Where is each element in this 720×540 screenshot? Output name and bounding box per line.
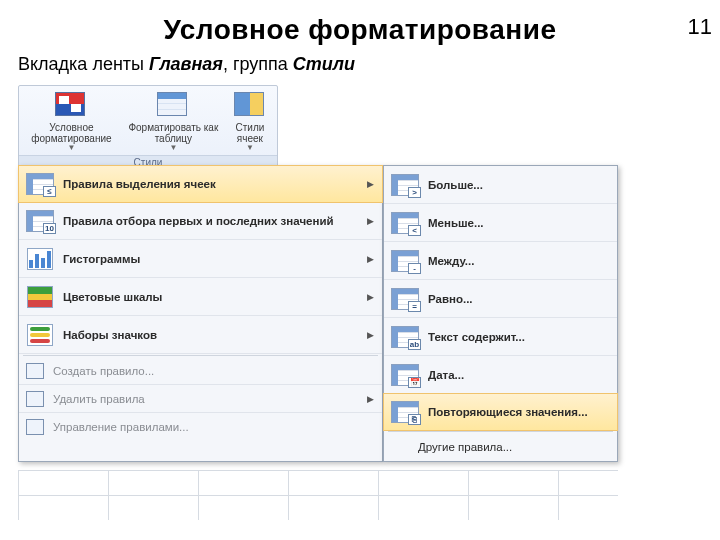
- duplicate-values-icon: ⎘: [390, 399, 420, 425]
- menu-item-less-than[interactable]: < Меньше...: [384, 204, 617, 242]
- submenu-arrow-icon: ▶: [367, 394, 374, 404]
- ribbon-cell-styles-button[interactable]: Стили ячеек ▼: [225, 90, 275, 155]
- icon-sets-icon: [25, 322, 55, 348]
- menu-item-clear-rules[interactable]: Удалить правила ▶: [19, 385, 382, 413]
- menu-item-label: Меньше...: [428, 217, 609, 229]
- menu-item-text-contains[interactable]: ab Текст содержит...: [384, 318, 617, 356]
- submenu-arrow-icon: ▶: [367, 330, 374, 340]
- less-than-icon: <: [390, 210, 420, 236]
- menu-item-label: Наборы значков: [63, 329, 361, 341]
- page-subtitle: Вкладка ленты Главная, группа Стили: [18, 54, 720, 75]
- text-contains-icon: ab: [390, 324, 420, 350]
- page-title: Условное форматирование: [0, 14, 720, 46]
- menu-separator: [23, 355, 378, 356]
- cell-styles-icon: [234, 92, 266, 120]
- menu-item-color-scales[interactable]: Цветовые шкалы ▶: [19, 278, 382, 316]
- ribbon-fat-label: Форматировать как таблицу: [126, 122, 221, 144]
- ribbon-conditional-formatting-button[interactable]: Условное форматирование ▼: [21, 90, 122, 155]
- menu-item-highlight-cells-rules[interactable]: ≤ Правила выделения ячеек ▶: [18, 165, 383, 203]
- menu-item-equal-to[interactable]: = Равно...: [384, 280, 617, 318]
- menu-item-label: Другие правила...: [418, 441, 609, 453]
- menu-item-label: Равно...: [428, 293, 609, 305]
- menu-item-icon-sets[interactable]: Наборы значков ▶: [19, 316, 382, 354]
- menu-separator: [388, 431, 613, 432]
- menu-item-label: Текст содержит...: [428, 331, 609, 343]
- menu-item-label: Между...: [428, 255, 609, 267]
- manage-rules-icon: [25, 418, 45, 436]
- menu-item-other-rules[interactable]: Другие правила...: [384, 433, 617, 461]
- menu-item-top-bottom-rules[interactable]: 10 Правила отбора первых и последних зна…: [19, 202, 382, 240]
- new-rule-icon: [25, 362, 45, 380]
- spreadsheet-grid-background: [18, 470, 618, 520]
- submenu-arrow-icon: ▶: [367, 216, 374, 226]
- top-bottom-icon: 10: [25, 208, 55, 234]
- highlight-cells-submenu: > Больше... < Меньше... ‑ Между... = Рав…: [383, 165, 618, 462]
- ribbon-format-as-table-button[interactable]: Форматировать как таблицу ▼: [122, 90, 225, 155]
- menu-item-manage-rules[interactable]: Управление правилами...: [19, 413, 382, 441]
- dropdown-arrow-icon: ▼: [67, 144, 75, 153]
- dropdown-arrow-icon: ▼: [246, 144, 254, 153]
- menu-item-label: Больше...: [428, 179, 609, 191]
- blank-icon: [390, 438, 410, 456]
- menu-item-label: Правила отбора первых и последних значен…: [63, 215, 361, 227]
- between-icon: ‑: [390, 248, 420, 274]
- menu-item-label: Правила выделения ячеек: [63, 178, 361, 190]
- menu-item-label: Управление правилами...: [53, 421, 374, 433]
- menu-item-label: Цветовые шкалы: [63, 291, 361, 303]
- date-icon: 📅: [390, 362, 420, 388]
- menu-item-label: Удалить правила: [53, 393, 361, 405]
- subtitle-tab-name: Главная: [149, 54, 223, 74]
- menu-item-between[interactable]: ‑ Между...: [384, 242, 617, 280]
- greater-than-icon: >: [390, 172, 420, 198]
- conditional-formatting-menu: ≤ Правила выделения ячеек ▶ 10 Правила о…: [18, 165, 383, 462]
- clear-rules-icon: [25, 390, 45, 408]
- menu-item-new-rule[interactable]: Создать правило...: [19, 357, 382, 385]
- submenu-arrow-icon: ▶: [367, 254, 374, 264]
- dropdown-arrow-icon: ▼: [169, 144, 177, 153]
- highlight-cells-icon: ≤: [25, 171, 55, 197]
- format-as-table-icon: [157, 92, 189, 120]
- menu-item-date-occurring[interactable]: 📅 Дата...: [384, 356, 617, 394]
- menu-item-label: Создать правило...: [53, 365, 374, 377]
- menu-item-duplicate-values[interactable]: ⎘ Повторяющиеся значения...: [383, 393, 618, 431]
- equal-to-icon: =: [390, 286, 420, 312]
- menu-item-label: Дата...: [428, 369, 609, 381]
- menu-item-label: Повторяющиеся значения...: [428, 406, 609, 418]
- menu-item-data-bars[interactable]: Гистограммы ▶: [19, 240, 382, 278]
- submenu-arrow-icon: ▶: [367, 292, 374, 302]
- menu-item-label: Гистограммы: [63, 253, 361, 265]
- ribbon-cs-label: Стили ячеек: [229, 122, 271, 144]
- conditional-formatting-icon: [55, 92, 87, 120]
- submenu-arrow-icon: ▶: [367, 179, 374, 189]
- color-scales-icon: [25, 284, 55, 310]
- data-bars-icon: [25, 246, 55, 272]
- page-number: 11: [688, 14, 712, 40]
- subtitle-prefix: Вкладка ленты: [18, 54, 149, 74]
- subtitle-group-name: Стили: [293, 54, 355, 74]
- ribbon-cf-label: Условное форматирование: [25, 122, 118, 144]
- subtitle-mid: , группа: [223, 54, 293, 74]
- ribbon-group-styles: Условное форматирование ▼ Форматировать …: [18, 85, 278, 170]
- menu-item-greater-than[interactable]: > Больше...: [384, 166, 617, 204]
